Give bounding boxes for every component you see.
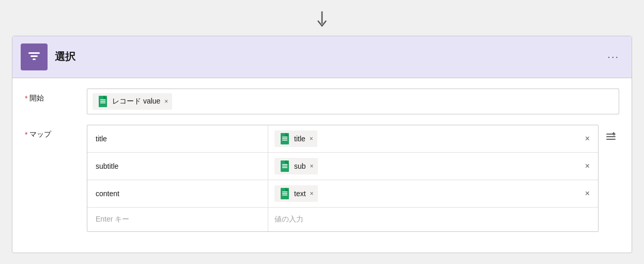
svg-rect-22	[606, 139, 616, 140]
svg-rect-14	[282, 166, 287, 167]
start-token-input[interactable]: レコード value ×	[87, 89, 619, 114]
value-token: text ×	[274, 185, 318, 202]
map-value-placeholder[interactable]: 値の入力	[268, 208, 598, 231]
value-token: title ×	[274, 130, 317, 147]
map-side-actions	[603, 125, 619, 145]
map-label: * マップ	[25, 125, 87, 139]
start-label: * 開始	[25, 89, 87, 103]
select-icon	[27, 50, 41, 64]
svg-rect-10	[282, 138, 287, 139]
row-remove-button[interactable]: ×	[583, 159, 592, 173]
start-token: レコード value ×	[93, 93, 172, 110]
card-header: 選択 ···	[12, 36, 632, 78]
value-token-close[interactable]: ×	[310, 135, 313, 142]
map-row: subtitle	[87, 153, 598, 180]
sheets-icon	[279, 160, 291, 172]
svg-rect-17	[282, 192, 287, 193]
svg-rect-1	[28, 52, 40, 54]
svg-rect-19	[282, 195, 287, 196]
required-star: *	[25, 94, 27, 102]
sheets-icon	[97, 95, 109, 108]
map-field-row: * マップ title	[25, 125, 619, 232]
value-token-label: text	[294, 189, 306, 198]
svg-rect-7	[100, 102, 105, 104]
svg-rect-2	[30, 55, 38, 57]
value-token-close[interactable]: ×	[310, 190, 314, 197]
value-token-close[interactable]: ×	[310, 163, 314, 170]
value-token-label: title	[294, 135, 305, 143]
row-remove-button[interactable]: ×	[583, 132, 592, 145]
connector-arrow	[314, 11, 330, 32]
more-options-button[interactable]: ···	[603, 49, 623, 65]
reorder-button[interactable]	[603, 129, 619, 145]
svg-marker-24	[612, 132, 615, 134]
svg-rect-13	[282, 164, 287, 165]
value-token-label: sub	[294, 162, 306, 170]
svg-rect-5	[100, 99, 105, 100]
map-row: content	[87, 180, 598, 208]
header-icon-box	[21, 43, 48, 70]
map-value-cell: sub × ×	[268, 153, 598, 180]
required-star-map: *	[25, 130, 27, 139]
map-table: title	[87, 125, 599, 232]
map-value-cell: text × ×	[268, 180, 598, 207]
map-key-cell: content	[87, 180, 268, 207]
select-card: 選択 ··· * 開始	[12, 36, 632, 253]
sheets-icon	[279, 133, 291, 145]
svg-rect-6	[100, 101, 105, 102]
svg-rect-11	[282, 140, 287, 141]
map-value-cell: title × ×	[268, 125, 598, 152]
svg-rect-9	[282, 137, 287, 138]
svg-rect-18	[282, 193, 287, 194]
sheets-icon	[279, 187, 291, 200]
start-field-row: * 開始	[25, 89, 619, 114]
card-body: * 開始	[12, 78, 632, 253]
map-field-content: title	[87, 125, 619, 232]
row-remove-button[interactable]: ×	[583, 187, 592, 200]
svg-rect-15	[282, 167, 287, 168]
map-table-wrapper: title	[87, 125, 619, 232]
card-title: 選択	[55, 50, 603, 64]
map-placeholder-row: Enter キー 値の入力	[87, 208, 598, 231]
start-field-content: レコード value ×	[87, 89, 619, 114]
svg-rect-3	[33, 58, 36, 60]
svg-rect-21	[606, 136, 616, 137]
flow-container: 選択 ··· * 開始	[10, 11, 634, 253]
map-key-placeholder[interactable]: Enter キー	[87, 208, 268, 231]
value-token: sub ×	[274, 158, 318, 174]
start-token-label: レコード value	[112, 97, 160, 106]
start-token-close[interactable]: ×	[164, 98, 168, 105]
map-key-cell: subtitle	[87, 153, 268, 180]
map-key-cell: title	[87, 125, 268, 152]
map-row: title	[87, 125, 598, 153]
